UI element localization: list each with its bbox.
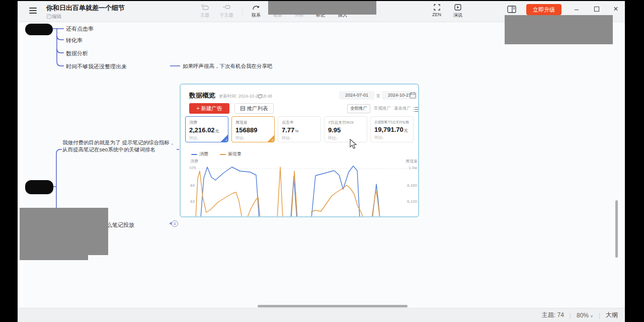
zen-mode-button[interactable]: ZEN <box>428 3 446 17</box>
topic-node[interactable]: 还有点击率 <box>66 25 94 33</box>
date-from-field: 2024-07-01 <box>339 91 374 100</box>
tab-all-promo: 全部推广 <box>347 104 370 113</box>
chevron-down-icon: ∨ <box>590 314 593 318</box>
mouse-cursor <box>350 139 358 150</box>
redacted-topic-node[interactable] <box>25 24 53 35</box>
dashboard-updated-time: 更新时间: 2024-10-27 18:48 <box>219 94 272 100</box>
selected-check-icon: ✓ <box>267 134 275 142</box>
tab-normal-promo: 常规推广 <box>374 106 391 112</box>
sidebar-toggle-icon[interactable] <box>507 6 516 15</box>
dashboard-title: 数据概览 <box>189 91 215 100</box>
present-button[interactable]: 演说 <box>449 3 467 19</box>
menu-icon[interactable] <box>29 8 37 15</box>
toolbar-subtopic-button[interactable]: 子主题 <box>215 3 237 19</box>
topic-node[interactable]: 数据分析 <box>66 50 88 57</box>
outline-button[interactable]: 大纲 <box>606 311 618 319</box>
redaction-box-canvas <box>20 255 88 260</box>
zoom-control[interactable]: 80%∨ <box>577 312 593 319</box>
link-badge[interactable]: 1 <box>172 220 178 227</box>
metric-card-roi: 7日总支付ROI 9.95 环比- <box>324 116 367 142</box>
redaction-box-canvas <box>20 208 108 255</box>
list-grid-icon <box>240 106 245 111</box>
status-bar: 主题: 74 | 80%∨ | 大纲 <box>18 308 625 322</box>
tab-fries-promo: 薯条推广 <box>394 106 411 112</box>
save-status: 已编辑 <box>46 13 61 20</box>
toolbar-divider <box>242 7 243 15</box>
callout-node[interactable]: 如果呼声很高，下次有机会我在分享吧 <box>183 63 273 70</box>
close-button[interactable]: × <box>610 3 622 15</box>
topic-node[interactable]: 时间不够我还没整理出来 <box>66 63 127 70</box>
document-title: 你和日出百单就差一个细节 <box>46 4 125 13</box>
vertical-scrollbar[interactable] <box>615 200 618 258</box>
minimize-button[interactable]: – <box>571 3 583 15</box>
refresh-icon <box>257 92 263 101</box>
play-icon <box>449 3 467 11</box>
calendar-icon <box>410 92 416 101</box>
toolbar-relation-button[interactable]: 联系 <box>247 3 265 19</box>
relation-icon <box>247 3 265 11</box>
legend-impressions: 展现量 <box>220 151 242 157</box>
legend-consume: 消费 <box>191 151 208 157</box>
trend-line-chart <box>189 162 410 217</box>
date-separator: 至 <box>376 93 380 99</box>
selected-check-icon: ✓ <box>220 134 228 142</box>
redaction-box-top-right <box>505 15 613 44</box>
new-ad-button: + 新建广告 <box>189 103 229 114</box>
promo-list-button: 推广列表 <box>234 103 274 114</box>
metric-card-impressions: 展现量 156889 环比- ✓ <box>231 116 275 142</box>
zen-icon <box>428 3 446 11</box>
metric-cards-row: 消费 2,216.02元 环比- ✓ 展现量 156889 环比- ✓ 点击率 … <box>185 116 416 142</box>
metric-card-consume: 消费 2,216.02元 环比- ✓ <box>185 116 228 142</box>
upgrade-button[interactable]: 立即升级 <box>526 4 561 15</box>
screen: 你和日出百单就差一个细节 已编辑 主题 子主题 联系 概要 外框 标记 插入 Z… <box>0 0 644 322</box>
subtopic-icon <box>215 3 237 11</box>
metric-card-pay-amount: 店铺新客7日总支付金额 19,791.70元 环比- <box>370 116 414 142</box>
topic-node-paragraph[interactable]: 我做付费的目的就是为了 提示笔记的综合指标， 从而提高笔记在seo系统中的关键词… <box>62 139 183 153</box>
metric-card-ctr: 点击率 7.77% 环比- <box>278 116 321 142</box>
topic-node[interactable]: 转化率 <box>66 37 83 44</box>
horizontal-scrollbar[interactable] <box>258 305 408 307</box>
topic-icon <box>196 3 214 11</box>
maximize-button[interactable] <box>591 3 603 15</box>
toolbar-topic-button[interactable]: 主题 <box>196 3 214 19</box>
embedded-image-node[interactable]: 数据概览 更新时间: 2024-10-27 18:48 2024-07-01 至… <box>180 84 419 217</box>
topic-count: 主题: 74 <box>542 311 564 319</box>
redaction-box-toolbar <box>268 1 376 15</box>
metric-list-icon <box>413 105 419 114</box>
redacted-topic-node[interactable] <box>25 180 53 194</box>
